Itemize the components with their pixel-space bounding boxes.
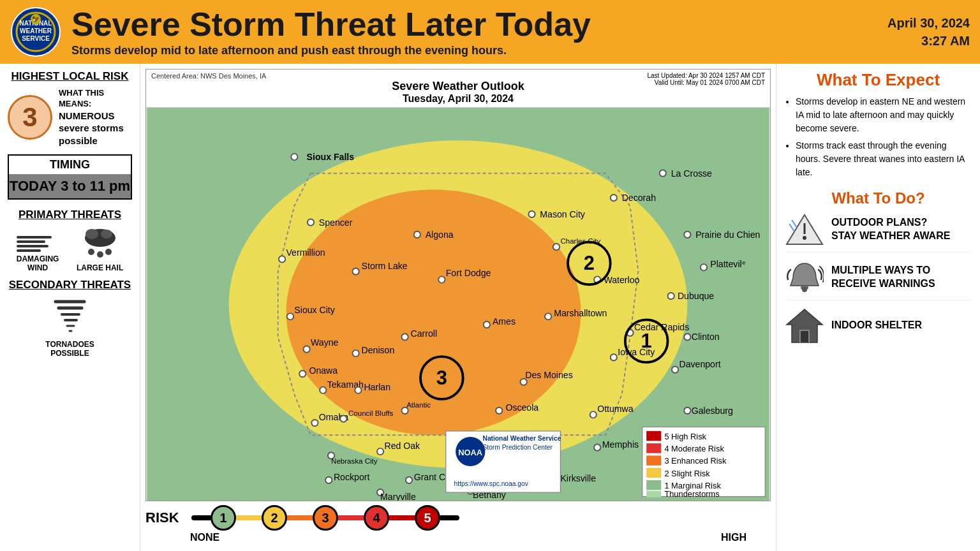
svg-point-85 xyxy=(496,408,502,414)
svg-point-27 xyxy=(414,231,420,238)
svg-point-65 xyxy=(545,313,551,320)
svg-text:Thunderstorms: Thunderstorms xyxy=(664,489,719,499)
svg-text:Algona: Algona xyxy=(426,230,454,240)
hail-icon xyxy=(77,226,123,261)
svg-point-9 xyxy=(101,230,112,239)
risk-scale: RISK 1 2 3 4 5 xyxy=(145,501,771,532)
svg-text:NOAA: NOAA xyxy=(458,448,482,457)
bell-icon xyxy=(785,261,824,293)
svg-point-53 xyxy=(303,346,309,352)
svg-text:Prairie du Chien: Prairie du Chien xyxy=(695,230,760,240)
map-svg: Sioux Falls Spencer Algona Mason City xyxy=(146,108,770,501)
svg-text:Davenport: Davenport xyxy=(679,359,721,369)
svg-point-8 xyxy=(85,229,98,239)
map-body: Sioux Falls Spencer Algona Mason City xyxy=(146,108,770,501)
risk-bar-segment-4 xyxy=(389,515,415,520)
header-subtitle: Storms develop mid to late afternoon and… xyxy=(71,44,887,57)
svg-text:SERVICE: SERVICE xyxy=(22,35,50,42)
svg-text:WEATHER: WEATHER xyxy=(20,27,52,34)
svg-point-89 xyxy=(590,411,597,418)
svg-text:2: 2 xyxy=(584,252,595,274)
svg-point-71 xyxy=(355,387,361,393)
risk-bar-segment-1 xyxy=(236,515,262,520)
svg-point-51 xyxy=(287,313,293,320)
svg-text:Council Bluffs: Council Bluffs xyxy=(348,409,394,417)
wind-icon xyxy=(17,236,52,252)
highest-risk-label: HIGHEST LOCAL RISK xyxy=(8,70,132,83)
svg-text:Dubuque: Dubuque xyxy=(678,291,714,301)
left-panel: HIGHEST LOCAL RISK 3 WHAT THIS MEANS: NU… xyxy=(0,64,140,551)
svg-point-79 xyxy=(311,420,318,426)
svg-point-75 xyxy=(672,367,678,373)
svg-point-99 xyxy=(325,477,332,483)
svg-text:Wayne: Wayne xyxy=(311,337,339,348)
svg-text:Osceola: Osceola xyxy=(505,402,538,413)
warnings-action-text: MULTIPLE WAYS TORECEIVE WARNINGS xyxy=(831,264,935,291)
risk-marker-1: 1 xyxy=(211,505,236,531)
svg-text:Clinton: Clinton xyxy=(692,332,720,342)
expect-bullets: Storms develop in eastern NE and western… xyxy=(785,95,971,179)
svg-text:Vermillion: Vermillion xyxy=(286,247,325,258)
svg-text:Fort Dodge: Fort Dodge xyxy=(446,268,491,278)
wind-label: DAMAGINGWIND xyxy=(17,254,59,272)
primary-threats: PRIMARY THREATS DAMAGINGWIND xyxy=(8,209,132,272)
hail-threat: LARGE HAIL xyxy=(77,226,123,272)
svg-line-138 xyxy=(789,224,794,231)
svg-text:Maryville: Maryville xyxy=(380,492,416,501)
svg-text:Denison: Denison xyxy=(362,345,395,355)
outdoor-action-text: OUTDOOR PLANS?STAY WEATHER AWARE xyxy=(831,216,950,243)
svg-point-140 xyxy=(802,287,807,292)
action-shelter: INDOOR SHELTER xyxy=(785,309,971,348)
secondary-threats-icons: TORNADOESPOSSIBLE xyxy=(8,297,132,358)
header-date: April 30, 2024 3:27 AM xyxy=(887,14,970,50)
svg-text:5  High Risk: 5 High Risk xyxy=(664,432,706,441)
header-time-text: 3:27 AM xyxy=(887,32,970,50)
svg-point-136 xyxy=(803,236,806,240)
risk-arrow-right xyxy=(440,515,459,520)
svg-text:3: 3 xyxy=(436,367,447,389)
svg-point-35 xyxy=(611,195,617,201)
none-label: NONE xyxy=(190,532,219,543)
svg-point-61 xyxy=(401,334,408,340)
svg-point-81 xyxy=(340,416,346,422)
svg-point-37 xyxy=(684,231,690,238)
wind-threat: DAMAGINGWIND xyxy=(17,236,59,272)
svg-point-39 xyxy=(701,264,707,270)
map-container: Centered Area: NWS Des Moines, IA Severe… xyxy=(145,69,771,501)
svg-text:Atlantic: Atlantic xyxy=(406,401,431,409)
secondary-threats: SECONDARY THREATS TORNADOESPOSSIBLE xyxy=(8,279,132,358)
high-label: HIGH xyxy=(721,532,746,543)
svg-point-43 xyxy=(668,293,674,299)
main-content: HIGHEST LOCAL RISK 3 WHAT THIS MEANS: NU… xyxy=(0,64,980,551)
svg-point-12 xyxy=(105,249,112,255)
risk-scale-line: 1 2 3 4 5 xyxy=(191,505,459,531)
svg-point-97 xyxy=(594,444,600,450)
svg-text:Mason City: Mason City xyxy=(540,209,586,219)
svg-text:Ottumwa: Ottumwa xyxy=(597,404,634,414)
svg-point-69 xyxy=(684,334,690,340)
risk-marker-4: 4 xyxy=(364,505,389,531)
svg-text:Red Oak: Red Oak xyxy=(385,441,421,451)
svg-point-45 xyxy=(279,256,285,262)
svg-text:La Crosse: La Crosse xyxy=(671,168,712,179)
primary-threats-label: PRIMARY THREATS xyxy=(8,209,132,221)
svg-text:Rockport: Rockport xyxy=(334,472,370,482)
map-title-line2: Tuesday, April 30, 2024 xyxy=(146,93,770,105)
svg-rect-122 xyxy=(646,431,661,441)
svg-rect-124 xyxy=(646,443,661,453)
expect-bullet-2: Storms track east through the evening ho… xyxy=(796,139,971,179)
svg-text:Ames: Ames xyxy=(493,316,516,327)
risk-text: WHAT THIS MEANS: NUMEROUS severe storms … xyxy=(59,88,132,147)
svg-text:Nebraska City: Nebraska City xyxy=(331,457,378,465)
hail-label: LARGE HAIL xyxy=(77,263,123,272)
svg-point-29 xyxy=(528,211,535,217)
timing-box: TIMING TODAY 3 to 11 pm xyxy=(8,154,132,200)
risk-bar-segment-3 xyxy=(338,515,364,520)
shelter-action-text: INDOOR SHELTER xyxy=(831,319,922,332)
timing-label: TIMING xyxy=(9,156,131,174)
svg-rect-128 xyxy=(646,468,661,478)
svg-text:Plattevilᵉ: Plattevilᵉ xyxy=(710,259,745,269)
map-last-updated: Last Updated: Apr 30 2024 1257 AM CDT Va… xyxy=(647,72,765,86)
svg-text:🦅: 🦅 xyxy=(32,15,40,24)
secondary-threats-label: SECONDARY THREATS xyxy=(8,279,132,291)
